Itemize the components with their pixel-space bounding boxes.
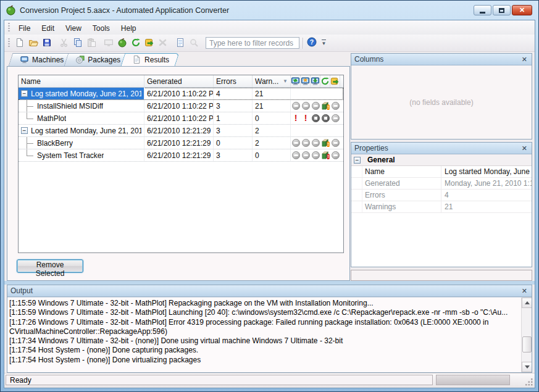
- column-header-label: Generated: [147, 77, 211, 86]
- output-panel: Output ✕ [1:15:59 Windows 7 Ultimate - 3…: [7, 285, 532, 373]
- monitor-download-icon[interactable]: [311, 75, 320, 87]
- output-close-icon[interactable]: ✕: [520, 288, 529, 294]
- refresh-icon[interactable]: [129, 36, 143, 49]
- svg-text:!: !: [327, 104, 329, 110]
- name-cell: MathPlot: [19, 112, 144, 124]
- scroll-down-icon[interactable]: [522, 362, 532, 372]
- property-gutter: [351, 201, 362, 212]
- pause-status-icon: [320, 112, 330, 124]
- grid-row[interactable]: InstallShield MSIDiff6/21/2010 1:10:22 P…: [19, 100, 343, 112]
- group-collapse-expander-icon[interactable]: −: [354, 157, 361, 164]
- help-button[interactable]: ?: [305, 36, 319, 50]
- scrollbar-thumb[interactable]: [522, 336, 532, 352]
- property-row-errors[interactable]: Errors4: [351, 190, 532, 201]
- property-label: Name: [362, 166, 441, 177]
- cell-warnings: 21: [253, 100, 291, 112]
- cell-generated: 6/21/2010 1:10:22 PM: [144, 112, 214, 124]
- import-package-icon[interactable]: [143, 36, 156, 49]
- package-error-icon: !: [320, 149, 330, 161]
- cell-errors: 1: [214, 112, 253, 124]
- monitor-alert-icon[interactable]: [301, 75, 311, 87]
- save-project-icon[interactable]: [40, 36, 54, 49]
- grid-row[interactable]: −Log started Monday, June 21, 201...6/21…: [19, 88, 343, 100]
- open-project-icon[interactable]: [27, 36, 40, 49]
- toolbar-overflow-button[interactable]: ▼: [320, 37, 328, 49]
- property-value: Log started Monday, June: [441, 167, 532, 176]
- packages-tab-icon: [75, 55, 85, 64]
- tab-label: Machines: [32, 56, 64, 64]
- row-name: System Test Tracker: [37, 151, 104, 160]
- tab-machines[interactable]: Machines: [10, 53, 72, 66]
- tab-strip: MachinesPackagesResults: [10, 53, 172, 66]
- report-icon[interactable]: [173, 36, 187, 49]
- property-label: Warnings: [362, 201, 441, 212]
- grid-row[interactable]: −Log started Monday, June 21, 201...6/21…: [19, 125, 343, 137]
- output-line: [1:17:26 Windows 7 Ultimate - 32-bit - M…: [9, 318, 519, 327]
- minus-status-icon: [291, 149, 301, 161]
- convert-packages-icon[interactable]: [115, 36, 129, 49]
- copy-icon[interactable]: [71, 36, 85, 49]
- maximize-icon: [499, 8, 504, 13]
- menu-help[interactable]: Help: [115, 22, 142, 35]
- column-header-generated[interactable]: Generated: [144, 75, 214, 87]
- toolbar-grip-icon[interactable]: [8, 38, 10, 48]
- tab-packages[interactable]: Packages: [66, 53, 128, 66]
- cell-errors: 3: [214, 149, 253, 161]
- monitor-sync-icon[interactable]: [291, 75, 301, 87]
- minimize-button[interactable]: [474, 5, 491, 15]
- menu-edit[interactable]: Edit: [36, 22, 60, 35]
- tab-results[interactable]: Results: [123, 53, 177, 66]
- columns-panel-header: Columns ✕: [351, 54, 532, 65]
- row-name: Log started Monday, June 21, 201...: [31, 127, 141, 135]
- output-scrollbar[interactable]: [521, 298, 532, 372]
- property-value: Monday, June 21, 2010 1:10: [441, 179, 532, 188]
- column-header-label: Warn...: [255, 77, 282, 86]
- menu-view[interactable]: View: [60, 22, 87, 35]
- row-name: BlackBerry: [37, 139, 73, 148]
- new-document-icon[interactable]: [13, 36, 27, 49]
- grid-row[interactable]: System Test Tracker6/21/2010 12:21:29 ..…: [19, 149, 343, 162]
- menubar-grip-icon[interactable]: [8, 23, 10, 32]
- cell-errors: 4: [214, 88, 253, 99]
- client-area: FileEditViewToolsHelp ? ▼ MachinesPackag…: [4, 20, 535, 388]
- export-package-icon[interactable]: [330, 75, 340, 87]
- grid-row[interactable]: MathPlot6/21/2010 1:10:22 PM10!!: [19, 112, 343, 125]
- cell-warnings: 0: [253, 149, 291, 161]
- grid-row[interactable]: BlackBerry6/21/2010 12:21:29 ...02!: [19, 137, 343, 149]
- property-group-general[interactable]: − General: [351, 154, 532, 166]
- property-row-name[interactable]: NameLog started Monday, June: [351, 166, 532, 178]
- column-header-warn[interactable]: Warn...▼: [253, 75, 291, 87]
- remove-selected-button[interactable]: Remove Selected: [17, 259, 83, 273]
- grid-header-row: NameGeneratedErrorsWarn...▼: [19, 75, 343, 88]
- properties-close-icon[interactable]: ✕: [520, 145, 529, 152]
- column-header-name[interactable]: Name: [19, 75, 144, 87]
- menu-file[interactable]: File: [13, 22, 36, 35]
- package-warning-icon: !: [320, 100, 330, 112]
- column-header-errors[interactable]: Errors: [214, 75, 253, 87]
- scroll-up-icon[interactable]: [522, 298, 532, 308]
- name-cell: −Log started Monday, June 21, 201...: [19, 125, 144, 136]
- cell-errors: 3: [214, 100, 253, 112]
- filter-dropdown-icon[interactable]: ▼: [283, 78, 288, 84]
- cell-warnings: 21: [253, 88, 291, 99]
- resize-grip-icon[interactable]: [525, 378, 533, 386]
- filter-records-input[interactable]: [206, 37, 299, 49]
- maximize-button[interactable]: [493, 5, 511, 15]
- close-icon: ✕: [519, 7, 525, 14]
- menu-tools[interactable]: Tools: [87, 22, 115, 35]
- property-row-generated[interactable]: GeneratedMonday, June 21, 2010 1:10: [351, 178, 532, 190]
- results-tab-icon: [132, 55, 141, 64]
- columns-panel-body: (no fields available): [351, 65, 532, 139]
- columns-panel: Columns ✕ (no fields available): [351, 53, 532, 140]
- tab-label: Packages: [88, 56, 120, 64]
- paste-icon: [85, 36, 98, 49]
- svg-text:!: !: [327, 141, 329, 147]
- collapse-expander-icon[interactable]: −: [21, 127, 28, 134]
- refresh-green-icon[interactable]: [320, 75, 330, 87]
- close-button[interactable]: ✕: [512, 5, 532, 15]
- columns-close-icon[interactable]: ✕: [520, 56, 529, 63]
- collapse-expander-icon[interactable]: −: [21, 90, 28, 97]
- property-row-warnings[interactable]: Warnings21: [351, 201, 532, 213]
- property-group-label: General: [367, 156, 395, 164]
- output-panel-title: Output: [10, 286, 520, 295]
